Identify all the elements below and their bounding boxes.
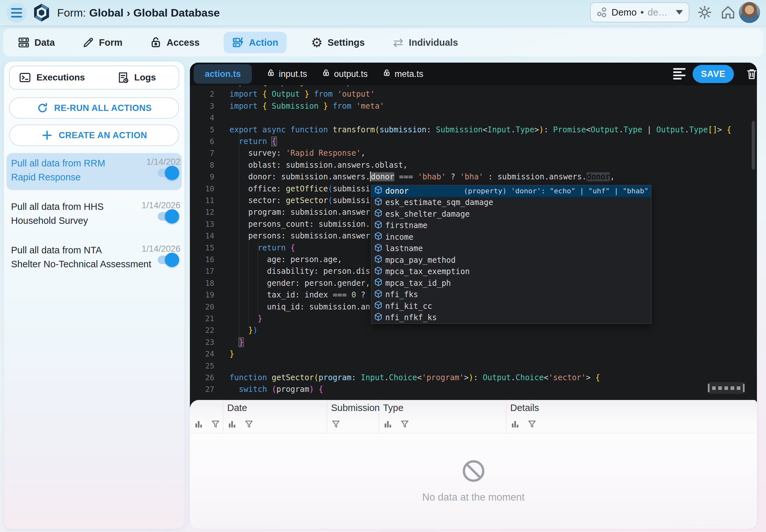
editor-tab-output.ts[interactable]: output.ts xyxy=(322,69,368,79)
autocomplete-item[interactable]: lastname xyxy=(371,243,651,255)
code-line: 26function getSector(program: Input.Choi… xyxy=(190,372,757,384)
action-date: 1/14/2026 xyxy=(141,244,180,254)
column-label: Date xyxy=(227,403,327,415)
autocomplete-item[interactable]: mpca_tax_id_ph xyxy=(371,277,651,289)
action-list: Pull all data from RRMRapid Response1/14… xyxy=(4,153,184,284)
autocomplete-item[interactable]: donor(property) 'donor': "echo" | "uhf" … xyxy=(371,185,651,197)
table-header: DateSubmissionTypeDetails xyxy=(190,400,757,433)
chart-icon[interactable] xyxy=(383,419,393,430)
property-icon xyxy=(374,209,383,219)
action-enabled-toggle[interactable] xyxy=(158,212,177,221)
editor-tab-meta.ts[interactable]: meta.ts xyxy=(383,69,424,79)
filter-icon[interactable] xyxy=(527,419,537,430)
tab-individuals[interactable]: ⇄Individuals xyxy=(389,32,461,53)
menu-icon[interactable] xyxy=(6,3,27,23)
autocomplete-item[interactable]: esk_estimate_sqm_damage xyxy=(371,197,651,209)
save-button[interactable]: SAVE xyxy=(693,65,734,83)
trash-icon[interactable] xyxy=(744,67,757,81)
filter-icon[interactable] xyxy=(331,419,341,430)
autocomplete-item[interactable]: nfi_fks xyxy=(371,289,651,301)
executions-button[interactable]: Executions xyxy=(10,66,94,89)
editor-scrollbar[interactable] xyxy=(752,121,755,170)
minimap-slider[interactable] xyxy=(708,382,745,394)
rerun-all-actions-button[interactable]: RE-RUN ALL ACTIONS xyxy=(9,97,179,119)
property-icon xyxy=(374,232,383,242)
format-code-icon[interactable] xyxy=(671,68,684,80)
autocomplete-item[interactable]: esk_shelter_damage xyxy=(371,208,651,220)
action-item[interactable]: Pull all data from HHSHousehold Survey1/… xyxy=(6,197,182,234)
code-line: 4 xyxy=(190,112,757,124)
autocomplete-item[interactable]: mpca_tax_exemption xyxy=(371,266,651,278)
tab-action[interactable]: Action xyxy=(224,32,286,53)
tab-form[interactable]: Form xyxy=(79,32,126,53)
indent-guide xyxy=(239,136,239,348)
table-column xyxy=(190,400,223,433)
org-icon xyxy=(597,7,608,18)
property-icon xyxy=(374,289,383,300)
code-line: 3import { Submission } from 'meta' xyxy=(190,100,757,112)
pencil-icon xyxy=(82,36,94,49)
table-column-date: Date xyxy=(223,400,327,433)
column-label: Details xyxy=(510,403,757,415)
filter-icon[interactable] xyxy=(211,419,220,430)
table-column-type: Type xyxy=(379,400,506,433)
code-line: 23 } xyxy=(190,336,757,348)
main-nav: DataFormAccessAction⚙Settings⇄Individual… xyxy=(3,29,763,56)
property-icon xyxy=(374,255,383,265)
property-icon xyxy=(374,197,383,208)
bolt-server-icon xyxy=(232,36,244,49)
app-logo xyxy=(32,3,51,22)
home-icon[interactable] xyxy=(720,5,736,21)
logs-button[interactable]: Logs xyxy=(94,66,178,89)
autocomplete-item[interactable]: income xyxy=(371,231,651,243)
autocomplete-item[interactable]: nfi_nfkf_ks xyxy=(371,312,651,324)
action-enabled-toggle[interactable] xyxy=(158,169,177,177)
editor-tab-input.ts[interactable]: input.ts xyxy=(267,69,307,79)
code-line: 9 donor: submission.answers.donor === 'b… xyxy=(190,171,757,183)
table-column-details: Details xyxy=(506,400,757,433)
indent-guide xyxy=(258,242,258,313)
property-icon xyxy=(374,220,383,231)
code-line: 27 switch (program) { xyxy=(190,383,757,395)
autocomplete-item[interactable]: mpca_pay_method xyxy=(371,254,651,266)
code-line: 24} xyxy=(190,348,757,360)
code-line: 2import { Output } from 'output' xyxy=(190,88,757,100)
tab-settings[interactable]: ⚙Settings xyxy=(307,32,368,53)
create-action-button[interactable]: CREATE AN ACTION xyxy=(9,125,179,146)
chart-icon[interactable] xyxy=(227,419,237,430)
results-table: DateSubmissionTypeDetails No data at the… xyxy=(190,400,757,529)
terminal-icon xyxy=(19,71,31,84)
tab-data[interactable]: Data xyxy=(14,32,58,53)
property-icon xyxy=(374,266,383,277)
avatar[interactable] xyxy=(739,2,760,23)
action-date: 1/14/2026 xyxy=(141,200,180,211)
code-line: 22 }) xyxy=(190,324,757,336)
action-enabled-toggle[interactable] xyxy=(158,256,177,264)
chart-icon[interactable] xyxy=(510,419,520,430)
table-column-submission: Submission xyxy=(327,400,379,433)
code-line: 25 xyxy=(190,360,757,372)
autocomplete-detail: (property) 'donor': "echo" | "uhf" | "bh… xyxy=(464,187,649,195)
app-header: Form:Global › Global Database Demo • de… xyxy=(0,0,766,25)
editor-tab-action.ts[interactable]: action.ts xyxy=(194,64,252,84)
filter-icon[interactable] xyxy=(244,419,254,430)
empty-message: No data at the moment xyxy=(422,491,525,503)
action-item[interactable]: Pull all data from RRMRapid Response1/14… xyxy=(6,153,182,190)
lock-icon xyxy=(150,36,162,49)
gear-icon: ⚙ xyxy=(310,36,323,49)
column-label xyxy=(194,403,223,415)
autocomplete-item[interactable]: nfi_kit_cc xyxy=(371,300,651,312)
filter-icon[interactable] xyxy=(400,419,410,430)
no-data-icon xyxy=(462,459,486,483)
theme-toggle-sun-icon[interactable] xyxy=(697,5,713,21)
plus-icon xyxy=(41,129,53,141)
workspace-selector[interactable]: Demo • de… xyxy=(590,2,689,22)
tab-access[interactable]: Access xyxy=(146,32,203,53)
property-icon xyxy=(374,186,383,196)
chart-icon[interactable] xyxy=(194,419,203,430)
action-item[interactable]: Pull all data from NTAShelter No-Technic… xyxy=(6,240,182,277)
code-line: 5export async function transform(submiss… xyxy=(190,124,757,136)
lock-icon xyxy=(383,69,391,79)
empty-state: No data at the moment xyxy=(190,433,757,529)
autocomplete-item[interactable]: firstname xyxy=(371,220,651,232)
